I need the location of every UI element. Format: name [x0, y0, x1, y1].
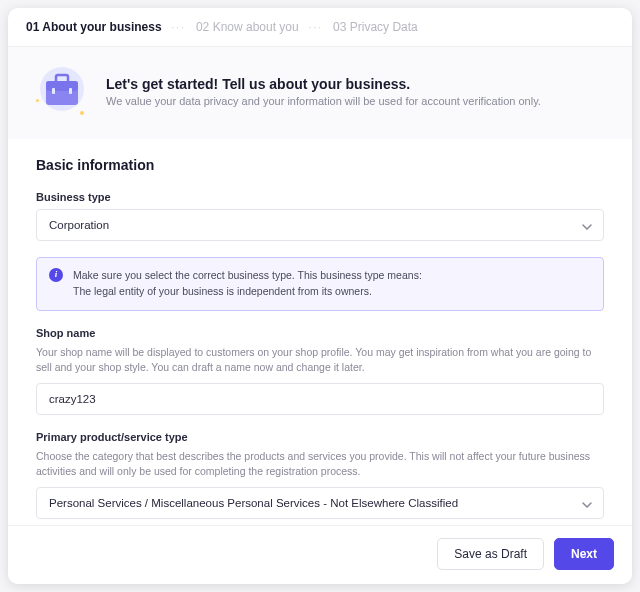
- step-3-num: 03: [333, 20, 346, 34]
- next-button[interactable]: Next: [554, 538, 614, 570]
- stepper: 01 About your business ··· 02 Know about…: [8, 8, 632, 47]
- step-1[interactable]: 01 About your business: [26, 20, 162, 34]
- save-draft-button[interactable]: Save as Draft: [437, 538, 544, 570]
- primary-product-field: Primary product/service type Choose the …: [36, 431, 604, 519]
- svg-rect-4: [69, 88, 72, 94]
- briefcase-icon: [36, 65, 88, 117]
- step-1-num: 01: [26, 20, 39, 34]
- step-2-label: Know about you: [213, 20, 299, 34]
- step-3[interactable]: 03 Privacy Data: [333, 20, 418, 34]
- shop-name-input[interactable]: [36, 383, 604, 415]
- business-type-label: Business type: [36, 191, 604, 203]
- primary-product-label: Primary product/service type: [36, 431, 604, 443]
- step-2[interactable]: 02 Know about you: [196, 20, 299, 34]
- business-type-select[interactable]: Corporation: [36, 209, 604, 241]
- hero-text: Let's get started! Tell us about your bu…: [106, 76, 541, 107]
- info-icon: i: [49, 268, 63, 282]
- shop-name-field: Shop name Your shop name will be display…: [36, 327, 604, 415]
- primary-product-help: Choose the category that best describes …: [36, 449, 604, 479]
- shop-name-help: Your shop name will be displayed to cust…: [36, 345, 604, 375]
- alert-text: Make sure you select the correct busines…: [73, 268, 422, 300]
- svg-rect-2: [46, 81, 78, 91]
- step-3-label: Privacy Data: [350, 20, 418, 34]
- onboarding-window: 01 About your business ··· 02 Know about…: [8, 8, 632, 584]
- alert-line1: Make sure you select the correct busines…: [73, 268, 422, 284]
- business-type-alert: i Make sure you select the correct busin…: [36, 257, 604, 311]
- svg-rect-3: [52, 88, 55, 94]
- stepper-separator: ···: [172, 22, 186, 33]
- business-type-field: Business type Corporation: [36, 191, 604, 241]
- step-2-num: 02: [196, 20, 209, 34]
- shop-name-label: Shop name: [36, 327, 604, 339]
- hero-subtitle: We value your data privacy and your info…: [106, 95, 541, 107]
- section-title: Basic information: [36, 157, 604, 173]
- hero-title: Let's get started! Tell us about your bu…: [106, 76, 541, 92]
- footer-actions: Save as Draft Next: [8, 525, 632, 584]
- alert-line2: The legal entity of your business is ind…: [73, 284, 422, 300]
- stepper-separator: ···: [309, 22, 323, 33]
- hero-banner: Let's get started! Tell us about your bu…: [8, 47, 632, 139]
- step-1-label: About your business: [42, 20, 161, 34]
- primary-product-select[interactable]: Personal Services / Miscellaneous Person…: [36, 487, 604, 519]
- form-content: Basic information Business type Corporat…: [8, 139, 632, 525]
